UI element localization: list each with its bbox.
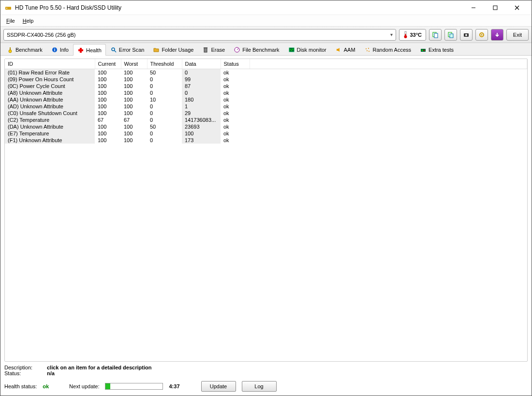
cell-status: ok: [221, 89, 250, 96]
tab-disk-monitor[interactable]: Disk monitor: [284, 44, 331, 55]
table-row[interactable]: (01) Raw Read Error Rate100100500ok: [5, 69, 527, 76]
titlebar: HD Tune Pro 5.50 - Hard Disk/SSD Utility: [0, 0, 532, 15]
tab-folder-usage[interactable]: Folder Usage: [148, 44, 198, 55]
tab-benchmark[interactable]: Benchmark: [2, 44, 47, 55]
svg-rect-33: [421, 49, 426, 52]
screenshot-button[interactable]: [460, 29, 473, 41]
cell-threshold: 0: [147, 83, 182, 89]
table-row[interactable]: (AA) Unknown Attribute10010010180ok: [5, 96, 527, 103]
cell-worst: 100: [121, 137, 147, 144]
table-row[interactable]: (0C) Power Cycle Count100100087ok: [5, 83, 527, 89]
tab-aam[interactable]: AAM: [331, 44, 360, 55]
svg-rect-3: [493, 6, 497, 10]
svg-rect-8: [405, 34, 406, 37]
cell-worst: 100: [121, 96, 147, 103]
cell-status: ok: [221, 137, 250, 144]
tab-random-access[interactable]: Random Access: [360, 44, 415, 55]
cell-status: ok: [221, 110, 250, 117]
tab-file-benchmark[interactable]: File Benchmark: [229, 44, 283, 55]
col-header-threshold[interactable]: Threshold: [147, 59, 182, 69]
table-row[interactable]: (09) Power On Hours Count100100099ok: [5, 76, 527, 83]
menu-help[interactable]: Help: [19, 16, 38, 25]
cell-current: 100: [95, 103, 121, 110]
svg-rect-12: [450, 34, 453, 38]
health-status-label: Health status:: [4, 383, 37, 389]
cell-status: ok: [221, 96, 250, 103]
tab-error-scan[interactable]: Error Scan: [106, 44, 149, 55]
benchmark-icon: [7, 46, 14, 53]
col-header-current[interactable]: Current: [95, 59, 121, 69]
cell-current: 100: [95, 83, 121, 89]
tab-extra-tests[interactable]: Extra tests: [415, 44, 458, 55]
svg-point-14: [465, 34, 467, 36]
drive-select-text: SSDPR-CX400-256 (256 gB): [7, 32, 390, 38]
svg-rect-35: [424, 50, 425, 51]
cell-data: 0: [182, 69, 221, 76]
table-row[interactable]: (C0) Unsafe Shutdown Count100100029ok: [5, 110, 527, 117]
save-button[interactable]: [491, 29, 503, 41]
svg-rect-18: [10, 47, 11, 50]
update-button[interactable]: Update: [201, 381, 236, 392]
drive-select[interactable]: SSDPR-CX400-256 (256 gB) ▾: [3, 29, 396, 41]
options-button[interactable]: [475, 29, 488, 41]
tab-health[interactable]: Health: [73, 44, 106, 56]
cell-current: 100: [95, 89, 121, 96]
tabbar: Benchmark iInfo Health Error Scan Folder…: [0, 43, 532, 56]
random-icon: [364, 46, 371, 53]
maximize-button[interactable]: [484, 1, 506, 15]
cell-id: (09) Power On Hours Count: [5, 76, 95, 83]
cell-worst: 100: [121, 89, 147, 96]
cell-threshold: 0: [147, 76, 182, 83]
cell-status: ok: [221, 69, 250, 76]
svg-point-16: [481, 34, 483, 35]
cell-data: 1: [182, 103, 221, 110]
minimize-button[interactable]: [462, 1, 484, 15]
table-row[interactable]: (F1) Unknown Attribute1001000173ok: [5, 137, 527, 144]
col-header-worst[interactable]: Worst: [121, 59, 147, 69]
cell-current: 100: [95, 69, 121, 76]
close-button[interactable]: [506, 1, 528, 15]
table-row[interactable]: (E7) Temperature1001000100ok: [5, 130, 527, 137]
table-row[interactable]: (C2) Temperature67670141736083...ok: [5, 117, 527, 123]
menu-file[interactable]: File: [2, 16, 19, 25]
thermometer-icon: [403, 31, 408, 39]
copy-info-button[interactable]: [429, 29, 442, 41]
table-row[interactable]: (A8) Unknown Attribute10010000ok: [5, 89, 527, 96]
cell-data: 173: [182, 137, 221, 144]
cell-status: ok: [221, 130, 250, 137]
log-button[interactable]: Log: [242, 381, 277, 392]
next-update-label: Next update:: [69, 383, 99, 389]
table-row[interactable]: (AD) Unknown Attribute10010001ok: [5, 103, 527, 110]
app-icon: [4, 4, 12, 12]
svg-text:i: i: [54, 47, 55, 52]
tab-info[interactable]: iInfo: [47, 44, 73, 55]
temperature-value: 33°C: [410, 32, 422, 38]
table-row[interactable]: (DA) Unknown Attribute1001005023693ok: [5, 123, 527, 130]
cell-worst: 100: [121, 110, 147, 117]
svg-rect-26: [204, 47, 207, 48]
col-header-id[interactable]: ID: [5, 59, 95, 69]
cell-id: (C0) Unsafe Shutdown Count: [5, 110, 95, 117]
tab-erase[interactable]: Erase: [198, 44, 229, 55]
cell-threshold: 10: [147, 96, 182, 103]
svg-point-32: [369, 51, 369, 52]
col-header-data[interactable]: Data: [182, 59, 221, 69]
monitor-icon: [288, 46, 295, 53]
copy-results-button[interactable]: [444, 29, 457, 41]
col-header-status[interactable]: Status: [221, 59, 250, 69]
folder-icon: [153, 46, 160, 53]
svg-line-24: [114, 50, 116, 52]
cell-id: (DA) Unknown Attribute: [5, 123, 95, 130]
cell-worst: 67: [121, 117, 147, 123]
cell-id: (A8) Unknown Attribute: [5, 89, 95, 96]
cell-id: (F1) Unknown Attribute: [5, 137, 95, 144]
exit-button[interactable]: Exit: [506, 29, 529, 41]
cell-data: 23693: [182, 123, 221, 130]
cell-id: (E7) Temperature: [5, 130, 95, 137]
cell-current: 100: [95, 130, 121, 137]
cell-threshold: 0: [147, 103, 182, 110]
svg-point-31: [367, 50, 368, 51]
cell-threshold: 0: [147, 137, 182, 144]
cell-threshold: 0: [147, 89, 182, 96]
smart-table-area[interactable]: ID Current Worst Threshold Data Status (…: [4, 59, 528, 362]
